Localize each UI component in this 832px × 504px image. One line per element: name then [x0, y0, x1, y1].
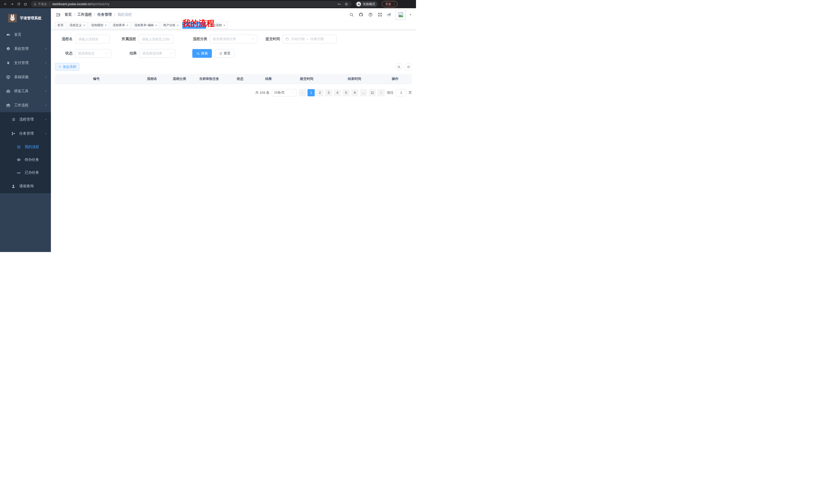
security-label[interactable]: 不安全 [38, 2, 47, 6]
prev-page-button[interactable] [299, 89, 306, 96]
sidebar-item-研发工具[interactable]: 研发工具 [0, 84, 51, 98]
filter-category-label: 流程分类 [193, 37, 207, 41]
category-select[interactable]: 请选择流程分类 [210, 35, 257, 44]
submit-time-range-picker[interactable]: 开始日期 - 结束日期 [283, 35, 337, 44]
status-select[interactable]: 请选择状态 [75, 49, 111, 58]
sidebar-item-流程管理[interactable]: 流程管理 [0, 112, 51, 127]
avatar-caret-down-icon[interactable] [409, 13, 412, 16]
close-icon[interactable]: × [155, 24, 157, 27]
search-icon[interactable] [349, 12, 354, 17]
bookmark-star-icon[interactable] [343, 1, 349, 7]
not-secure-warning-icon[interactable] [33, 3, 36, 6]
breadcrumb-item-任务管理[interactable]: 任务管理 [98, 12, 112, 17]
breadcrumb-item-首页[interactable]: 首页 [64, 12, 72, 17]
chevron-up-icon [44, 104, 47, 107]
page-button-2[interactable]: 2 [316, 89, 323, 96]
page-button-1[interactable]: 1 [308, 89, 315, 96]
close-icon[interactable]: × [177, 24, 179, 27]
column-header-流程名: 流程名 [137, 74, 166, 84]
sidebar-collapse-icon[interactable] [55, 12, 62, 17]
help-icon[interactable] [368, 12, 373, 17]
status-select-placeholder: 请选择状态 [78, 51, 95, 56]
breadcrumb-item-我的流程: 我的流程 [118, 12, 132, 17]
result-select-placeholder: 请选择流结果 [142, 51, 162, 56]
close-icon[interactable]: × [127, 24, 128, 27]
result-select[interactable]: 请选择流结果 [139, 49, 175, 58]
chevron-down-icon [44, 61, 47, 64]
app-logo-row[interactable]: 芋道管理系统 [0, 8, 51, 27]
sidebar-item-请假查询[interactable]: 请假查询 [0, 179, 51, 193]
tab-label: 发起流程 [210, 23, 222, 27]
address-divider [50, 2, 50, 6]
more-pages-button[interactable]: ... [360, 89, 367, 96]
search-button[interactable]: 搜索 [192, 49, 212, 58]
avatar[interactable] [396, 10, 406, 20]
app-logo [8, 14, 17, 22]
sidebar-submenu-workflow: 流程管理任务管理我的流程待办任务已办任务请假查询 [0, 112, 51, 193]
process-name-input[interactable] [75, 35, 110, 44]
close-icon[interactable]: × [224, 24, 225, 27]
toggle-search-button[interactable] [395, 63, 402, 71]
url-text[interactable]: dashboard.yudao.iocoder.cn/bpm/task/my [52, 2, 109, 6]
sidebar-item-label: 工作流程 [14, 103, 44, 108]
browser-update-button[interactable]: 更新 [382, 1, 397, 7]
sidebar-item-基础设施[interactable]: 基础设施 [0, 70, 51, 84]
close-icon[interactable]: × [202, 24, 204, 27]
calendar-icon [285, 37, 289, 41]
address-bar[interactable]: 不安全 dashboard.yudao.iocoder.cn/bpm/task/… [31, 1, 352, 7]
goto-page-input[interactable] [396, 89, 406, 96]
tab-label: 流程模型 [91, 23, 103, 27]
plus-icon [58, 65, 61, 68]
chevron-down-icon [291, 91, 294, 94]
create-process-button[interactable]: 发起流程 [55, 63, 79, 71]
eye-closed-icon [17, 171, 21, 175]
close-icon[interactable]: × [83, 24, 85, 27]
page-button-6[interactable]: 6 [351, 89, 358, 96]
tab-label: 用户分组 [163, 23, 175, 27]
page-button-11[interactable]: 11 [369, 89, 376, 96]
process-table: 编号流程名流程分类当前审批任务状态结果提交时间结束时间操作 [55, 74, 412, 84]
close-icon[interactable]: × [105, 24, 107, 27]
tab-首页[interactable]: 首页 [55, 22, 66, 29]
forward-icon[interactable] [9, 1, 15, 7]
back-icon[interactable] [3, 1, 8, 7]
refresh-table-button[interactable] [405, 63, 412, 71]
sidebar-item-任务管理[interactable]: 任务管理 [0, 127, 51, 141]
process-id-input[interactable] [138, 35, 173, 44]
sidebar-item-label: 待办任务 [25, 158, 47, 162]
page-button-4[interactable]: 4 [334, 89, 341, 96]
github-icon[interactable] [359, 12, 363, 17]
sidebar-item-待办任务[interactable]: 待办任务 [0, 153, 51, 166]
tab-发起流程[interactable]: 发起流程× [207, 22, 228, 29]
page-button-5[interactable]: 5 [342, 89, 350, 96]
sidebar: 芋道管理系统 首页系统管理¥支付管理基础设施研发工具工作流程 流程管理任务管理我… [0, 8, 51, 252]
tab-流程模型[interactable]: 流程模型× [89, 22, 109, 29]
sidebar-item-我的流程[interactable]: 我的流程 [0, 141, 51, 153]
fullscreen-icon[interactable] [378, 12, 382, 17]
tab-我的流程[interactable]: 我的流程× [182, 22, 206, 29]
reload-icon[interactable] [16, 1, 22, 7]
next-page-button[interactable] [378, 89, 385, 96]
browser-menu-icon[interactable] [392, 3, 396, 6]
sidebar-item-label: 任务管理 [19, 131, 44, 136]
page-size-select[interactable]: 10条/页 [272, 89, 296, 96]
tab-流程表单-编辑[interactable]: 流程表单-编辑× [132, 22, 159, 29]
tab-流程定义[interactable]: 流程定义× [67, 22, 87, 29]
home-icon[interactable] [23, 1, 28, 7]
column-header-结束时间: 结束时间 [331, 74, 379, 84]
breadcrumb-item-工作流程[interactable]: 工作流程 [77, 12, 92, 17]
font-size-icon[interactable]: TT [387, 12, 391, 17]
sidebar-item-首页[interactable]: 首页 [0, 27, 51, 41]
page-button-3[interactable]: 3 [325, 89, 332, 96]
url-host: dashboard.yudao.iocoder.cn [52, 2, 91, 6]
sidebar-item-已办任务[interactable]: 已办任务 [0, 166, 51, 179]
password-key-icon[interactable] [336, 1, 342, 7]
table-header-row: 编号流程名流程分类当前审批任务状态结果提交时间结束时间操作 [55, 74, 412, 84]
sidebar-item-支付管理[interactable]: ¥支付管理 [0, 56, 51, 70]
column-header-提交时间: 提交时间 [283, 74, 331, 84]
sidebar-item-系统管理[interactable]: 系统管理 [0, 41, 51, 56]
tab-流程表单[interactable]: 流程表单× [110, 22, 131, 29]
tab-用户分组[interactable]: 用户分组× [161, 22, 181, 29]
sidebar-item-工作流程[interactable]: 工作流程 [0, 98, 51, 112]
reset-button[interactable]: 重置 [215, 49, 234, 58]
